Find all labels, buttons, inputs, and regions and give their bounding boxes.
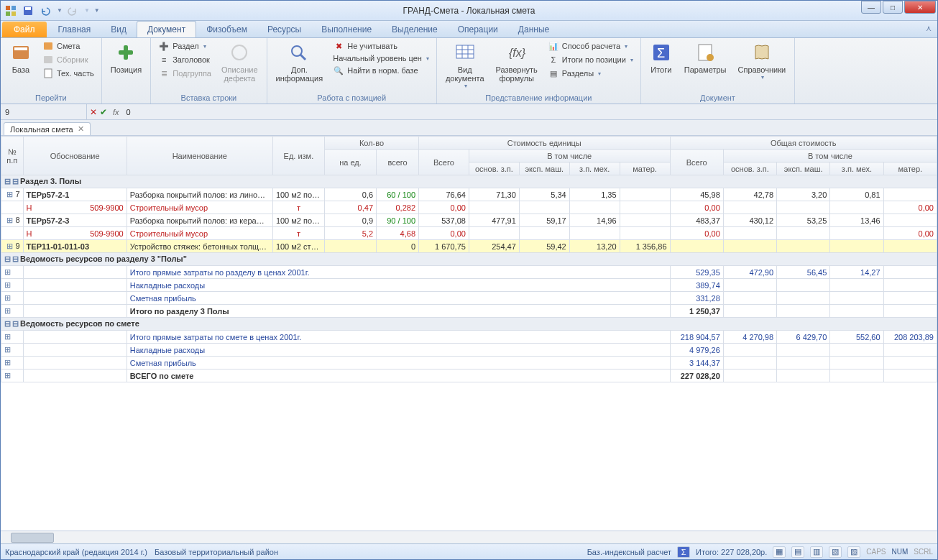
group-work-position: Доп. информация ✖Не учитывать Начальный … <box>267 38 437 104</box>
section-row[interactable]: Раздел 3. Полы <box>1 175 937 188</box>
sb-btn5[interactable]: ▨ <box>847 546 860 558</box>
minimize-button[interactable]: — <box>861 1 881 14</box>
grid-area[interactable]: № п.п Обоснование Наименование Ед. изм. … <box>1 136 937 531</box>
sb-btn1[interactable]: ▦ <box>773 546 786 558</box>
defect-desc-button: Описание дефекта <box>217 40 262 84</box>
dop-info-button[interactable]: Доп. информация <box>272 40 328 84</box>
close-icon[interactable]: ✕ <box>78 124 84 134</box>
tab-document[interactable]: Документ <box>137 21 196 37</box>
tech-button[interactable]: Тех. часть <box>40 67 97 80</box>
qat-undo-icon[interactable] <box>38 4 52 18</box>
search-icon: 🔍 <box>333 65 344 76</box>
table-row[interactable]: 7ТЕРр57-2-1Разборка покрытий полов: из л… <box>1 188 937 201</box>
svg-rect-8 <box>44 42 52 50</box>
position-button[interactable]: Позиция <box>106 40 147 75</box>
document-tabs: Локальная смета ✕ <box>1 120 937 136</box>
num-indicator: NUM <box>892 548 909 556</box>
cell-reference[interactable]: 9 <box>1 104 87 119</box>
maximize-button[interactable]: □ <box>883 1 903 14</box>
defect-icon <box>228 41 251 64</box>
section-row[interactable]: Ведомость ресурсов по смете <box>1 318 937 331</box>
table-row[interactable]: Накладные расходы389,74 <box>1 279 937 292</box>
tab-execution[interactable]: Выполнение <box>311 22 382 37</box>
table-row[interactable]: Итого прямые затраты по разделу в ценах … <box>1 266 937 279</box>
tab-physvol[interactable]: Физобъем <box>196 22 257 37</box>
table-row[interactable]: 9ТЕР11-01-011-03Устройство стяжек: бетон… <box>1 240 937 253</box>
tab-main[interactable]: Главная <box>48 22 101 37</box>
group-presentation: Вид документа▾ {fx} Развернуть формулы 📊… <box>437 38 641 104</box>
formula-input[interactable]: 0 <box>122 108 937 116</box>
plus-small-icon: ➕ <box>158 40 170 52</box>
svg-rect-10 <box>45 69 52 78</box>
razdel-button[interactable]: ➕Раздел▾ <box>155 40 214 52</box>
table-row[interactable]: Накладные расходы4 979,26 <box>1 344 937 357</box>
sb-sigma-icon[interactable]: Σ <box>677 546 690 558</box>
estimate-table: № п.п Обоснование Наименование Ед. изм. … <box>1 136 937 382</box>
qat-grid-icon[interactable] <box>4 4 18 18</box>
tab-operations[interactable]: Операции <box>448 22 508 37</box>
sb-btn2[interactable]: ▤ <box>791 546 804 558</box>
horizontal-scrollbar[interactable] <box>1 531 937 543</box>
initial-level-button[interactable]: Начальный уровень цен▾ <box>330 53 432 63</box>
sbornik-icon <box>42 54 54 65</box>
qat-customize-dd[interactable]: ▼ <box>94 7 100 14</box>
calc-method-button[interactable]: 📊Способ расчета▾ <box>545 40 636 52</box>
tab-data[interactable]: Данные <box>508 22 559 37</box>
sb-btn3[interactable]: ▥ <box>810 546 823 558</box>
pos-totals-button[interactable]: ΣИтоги по позиции▾ <box>545 53 636 66</box>
fx-label: fx <box>110 108 122 116</box>
svg-point-25 <box>707 54 714 61</box>
qat-redo-dd[interactable]: ▼ <box>84 7 90 14</box>
table-row[interactable]: Сметная прибыль3 144,37 <box>1 357 937 369</box>
qat-redo-icon[interactable] <box>65 4 80 18</box>
doc-view-button[interactable]: Вид документа▾ <box>441 40 489 91</box>
file-tab[interactable]: Файл <box>2 22 47 37</box>
qat-undo-dd[interactable]: ▼ <box>57 7 63 14</box>
svg-rect-0 <box>6 6 10 10</box>
not-count-button[interactable]: ✖Не учитывать <box>330 40 432 52</box>
header-icon: ≡ <box>158 54 170 65</box>
table-row[interactable]: 8ТЕРр57-2-3Разборка покрытий полов: из к… <box>1 214 937 227</box>
ribbon-minimize-icon[interactable]: ⋏ <box>926 24 932 33</box>
accept-formula-icon[interactable]: ✔ <box>100 107 107 117</box>
fx-icon: {fx} <box>505 41 528 64</box>
svg-rect-2 <box>6 12 10 16</box>
sb-calc-method[interactable]: Баз.-индексный расчет <box>587 548 671 556</box>
smeta-button[interactable]: Смета <box>40 40 97 52</box>
podgruppa-button: ≣Подгруппа <box>155 67 214 80</box>
table-row[interactable]: Н509-9900Строительный мусорт5,24,680,000… <box>1 227 937 240</box>
tab-resources[interactable]: Ресурсы <box>257 22 311 37</box>
sb-btn4[interactable]: ▧ <box>829 546 842 558</box>
sections-icon: ▤ <box>548 68 559 79</box>
scrollbar-thumb[interactable] <box>11 533 54 543</box>
table-icon <box>454 41 477 64</box>
tab-selection[interactable]: Выделение <box>382 22 448 37</box>
subgroup-icon: ≣ <box>158 68 170 79</box>
references-button[interactable]: Справочники▾ <box>733 40 790 82</box>
scrl-indicator: SCRL <box>914 548 933 556</box>
cancel-formula-icon[interactable]: ✕ <box>90 107 97 117</box>
document-tab[interactable]: Локальная смета ✕ <box>4 122 91 135</box>
table-row[interactable]: Сметная прибыль331,28 <box>1 292 937 305</box>
table-row[interactable]: Н509-9900Строительный мусорт0,470,2820,0… <box>1 201 937 214</box>
svg-rect-12 <box>119 50 133 55</box>
sections-button[interactable]: ▤Разделы▾ <box>545 67 636 80</box>
find-norm-button[interactable]: 🔍Найти в норм. базе <box>330 64 432 77</box>
totals-button[interactable]: Σ Итоги <box>645 40 677 75</box>
section-row[interactable]: Ведомость ресурсов по разделу 3 "Полы" <box>1 253 937 266</box>
tab-view[interactable]: Вид <box>101 22 137 37</box>
database-icon <box>9 41 32 64</box>
baza-button[interactable]: База <box>5 40 37 75</box>
zagolovok-button[interactable]: ≡Заголовок <box>155 53 214 66</box>
parameters-button[interactable]: Параметры <box>680 40 731 75</box>
table-row[interactable]: Итого прямые затраты по смете в ценах 20… <box>1 331 937 344</box>
table-row[interactable]: Итого по разделу 3 Полы1 250,37 <box>1 305 937 318</box>
qat-save-icon[interactable] <box>21 4 35 18</box>
titlebar: ▼ ▼ ▼ ГРАНД-Смета - Локальная смета — □ … <box>1 1 937 21</box>
ribbon-tabs: Файл Главная Вид Документ Физобъем Ресур… <box>1 21 937 38</box>
table-row[interactable]: ВСЕГО по смете227 028,20 <box>1 369 937 382</box>
sigma-small-icon: Σ <box>548 54 559 65</box>
svg-line-15 <box>300 55 305 60</box>
close-button[interactable]: ✕ <box>904 1 936 14</box>
expand-formulas-button[interactable]: {fx} Развернуть формулы <box>492 40 542 84</box>
